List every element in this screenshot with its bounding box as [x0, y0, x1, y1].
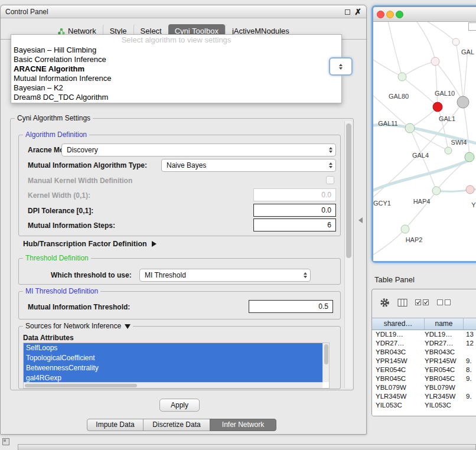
node-label: GAL80 [389, 93, 409, 100]
node[interactable] [431, 57, 439, 66]
attribute-item-selected[interactable]: BetweennessCentrality [24, 363, 322, 373]
dropdown-placeholder: Select algorithm to view settings [11, 35, 341, 45]
cyni-algorithm-settings-title: Cyni Algorithm Settings [15, 114, 93, 122]
which-threshold-label: Which threshold to use: [51, 271, 132, 279]
aracne-mode-select[interactable]: Discovery [61, 144, 336, 156]
desktop: Control Panel ✗ Network Style Select Cyn… [0, 0, 476, 450]
node-label: HAP2 [406, 236, 423, 243]
table-toolbar [372, 289, 476, 315]
algorithm-combobox-button[interactable] [329, 57, 353, 76]
stepper-icon [329, 147, 332, 153]
table-row[interactable]: YLR345WYLR345W9. [372, 392, 476, 401]
aracne-mode-value: Discovery [67, 146, 98, 154]
dropdown-item[interactable]: Mutual Information Inference [11, 74, 341, 83]
table-row[interactable]: YDR27…YDR27…12 [372, 339, 476, 348]
dpi-tolerance-label: DPI Tolerance [0,1]: [28, 207, 93, 215]
stepper-icon [329, 162, 332, 168]
node[interactable] [465, 152, 474, 162]
dropdown-item[interactable]: Dream8 DC_TDC Algorithm [11, 93, 341, 102]
table-row[interactable]: YDL19…YDL19…13 [372, 330, 476, 339]
node-label: GCY1 [373, 200, 391, 207]
dpi-tolerance-input[interactable]: 0.0 [253, 204, 336, 217]
tab-infer-network[interactable]: Infer Network [210, 419, 276, 431]
dropdown-item[interactable]: Bayesian – K2 [11, 83, 341, 93]
table-row[interactable]: YBR045CYBR045C9. [372, 374, 476, 383]
dropdown-item[interactable]: Bayesian – Hill Climbing [11, 45, 341, 55]
mi-threshold-input[interactable]: 0.5 [249, 300, 333, 313]
threshold-select[interactable]: MI Threshold [139, 269, 311, 282]
mi-steps-input[interactable]: 6 [253, 219, 336, 231]
dropdown-item[interactable]: Basic Correlation Inference [11, 55, 341, 64]
gear-icon[interactable] [380, 298, 390, 308]
columns-icon[interactable] [397, 298, 407, 307]
threshold-value: MI Threshold [145, 271, 186, 279]
kernel-width-label: Kernel Width (0,1): [28, 191, 90, 200]
attributes-vertical-scrollbar[interactable] [322, 343, 329, 382]
attributes-horizontal-scrollbar[interactable] [24, 382, 322, 388]
column-header-extra[interactable] [464, 318, 476, 330]
settings-scrollbar-thumb[interactable] [346, 123, 351, 258]
close-icon[interactable]: ✗ [354, 7, 361, 17]
network-graph[interactable]: GAL GAL80 GAL10 GAL11 GAL1 SWI4 GAL4 GCY… [373, 22, 476, 261]
network-window-titlebar[interactable] [373, 7, 476, 22]
attributes-vscroll-thumb[interactable] [324, 344, 328, 364]
algorithm-dropdown-popup: Select algorithm to view settings Bayesi… [11, 34, 342, 103]
tab-impute-data[interactable]: Impute Data [87, 419, 144, 431]
checked-columns-icon[interactable] [415, 299, 429, 306]
mi-algorithm-type-label: Mutual Information Algorithm Type: [28, 161, 147, 169]
minimize-traffic-light[interactable] [386, 11, 394, 18]
node[interactable] [445, 147, 452, 154]
sources-title-toggle[interactable]: Sources for Network Inference [23, 322, 133, 330]
tab-discretize-data[interactable]: Discretize Data [143, 419, 210, 431]
dock-panel-icon[interactable] [2, 438, 9, 445]
float-window-icon[interactable] [345, 9, 350, 15]
unchecked-columns-icon[interactable] [437, 299, 451, 306]
attribute-item-selected[interactable]: SelfLoops [24, 343, 322, 353]
kernel-width-input[interactable]: 0.0 [253, 188, 336, 201]
manual-kernel-width-checkbox[interactable] [326, 176, 334, 184]
table-row[interactable]: YER054CYER054C8. [372, 366, 476, 374]
node[interactable] [432, 187, 441, 195]
node-label: Y [471, 201, 476, 208]
table-body: YDL19…YDL19…13 YDR27…YDR27…12 YBR043CYBR… [372, 330, 476, 416]
mi-algorithm-type-select[interactable]: Naive Bayes [161, 159, 336, 172]
node-label: GAL10 [435, 90, 455, 97]
threshold-definition-title: Threshold Definition [23, 254, 91, 262]
splitter-collapse-arrow[interactable] [358, 217, 363, 223]
combo-stepper-icon [339, 64, 343, 70]
column-header-name[interactable]: name [425, 318, 464, 330]
hub-tf-definition-toggle[interactable]: Hub/Transcription Factor Definition [23, 240, 157, 248]
control-panel-titlebar[interactable]: Control Panel ✗ [1, 5, 366, 18]
node-label: GAL1 [439, 115, 455, 122]
table-row[interactable]: YBR043CYBR043C [372, 348, 476, 357]
node[interactable] [401, 225, 409, 233]
node[interactable] [452, 38, 459, 45]
mi-threshold-label: Mutual Information Threshold: [28, 303, 130, 311]
network-canvas[interactable]: GAL GAL80 GAL10 GAL11 GAL1 SWI4 GAL4 GCY… [373, 22, 476, 261]
node-gray[interactable] [457, 96, 469, 108]
node-red[interactable] [433, 102, 442, 112]
bottom-panel-edge [18, 444, 476, 450]
stepper-icon [304, 272, 307, 278]
data-attributes-label: Data Attributes [23, 334, 74, 342]
attributes-hscroll-thumb[interactable] [25, 384, 137, 387]
dropdown-item-selected[interactable]: ARACNE Algorithm [11, 64, 341, 74]
node[interactable] [398, 73, 406, 81]
algorithm-definition-title: Algorithm Definition [23, 131, 89, 139]
settings-scrollbar[interactable] [344, 121, 352, 388]
expand-arrow-icon [125, 324, 131, 329]
network-toolbar-button[interactable] [468, 22, 476, 31]
data-attributes-list: SelfLoops TopologicalCoefficient Between… [23, 343, 330, 389]
node-pink[interactable] [466, 185, 474, 194]
table-row[interactable]: YBL079WYBL079W [372, 383, 476, 392]
node[interactable] [405, 123, 415, 133]
window-title: Control Panel [5, 8, 48, 16]
column-header-shared-name[interactable]: shared… [372, 318, 425, 330]
table-row[interactable]: YPR145WYPR145W9. [372, 357, 476, 366]
close-traffic-light[interactable] [377, 11, 384, 18]
apply-button[interactable]: Apply [159, 399, 200, 412]
attribute-item-selected[interactable]: TopologicalCoefficient [24, 353, 322, 363]
table-row[interactable]: YIL053CYIL053C [372, 401, 476, 410]
zoom-traffic-light[interactable] [396, 11, 403, 18]
table-panel-window: shared… name YDL19…YDL19…13 YDR27…YDR27…… [371, 289, 476, 416]
